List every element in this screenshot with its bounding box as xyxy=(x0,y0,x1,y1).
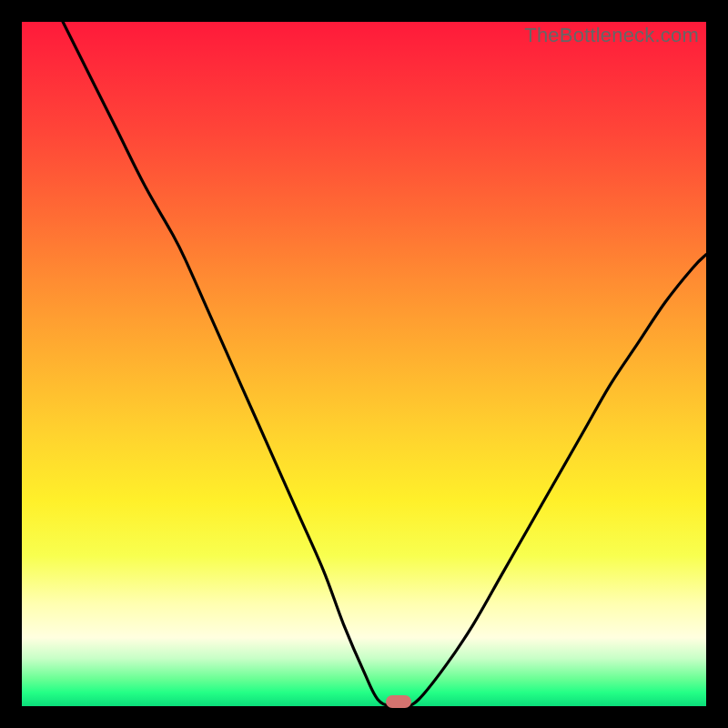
optimum-marker xyxy=(386,695,411,708)
bottleneck-curve xyxy=(22,22,706,706)
plot-area: TheBottleneck.com xyxy=(22,22,706,706)
chart-frame: TheBottleneck.com xyxy=(0,0,728,728)
